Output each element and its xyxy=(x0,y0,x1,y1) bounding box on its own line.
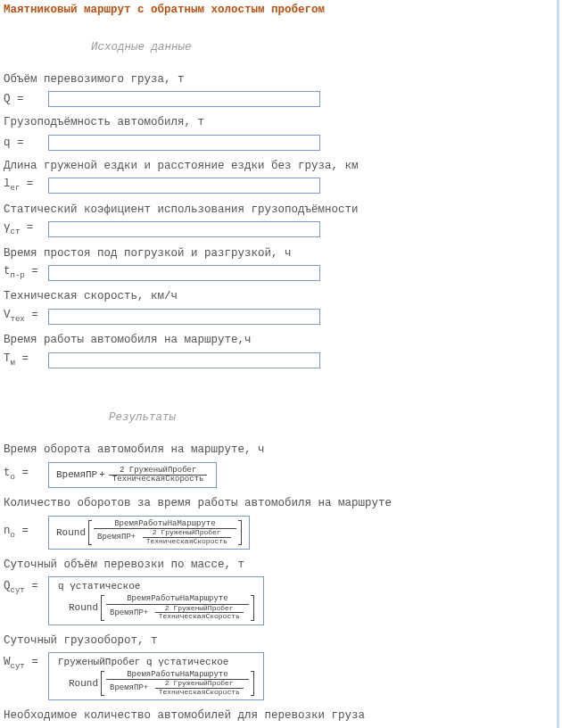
var-tpr: tп-р = xyxy=(4,265,48,282)
row-Tm: Tм = xyxy=(4,352,562,369)
label-no: Количество оборотов за время работы авто… xyxy=(4,497,562,509)
var-Tm: Tм = xyxy=(4,352,48,369)
row-Qsut: Qсут = q γстатическое Round ВремяРаботыН… xyxy=(4,576,562,625)
row-to: tо = ВремяПР + 2 ГруженыйПробег Техничес… xyxy=(4,462,562,489)
label-Tm: Время работы автомобиля на маршруте,ч xyxy=(4,334,562,346)
input-gst[interactable] xyxy=(48,221,320,237)
row-Vtex: Vтех = xyxy=(4,309,562,326)
formula-Qsut: q γстатическое Round ВремяРаботыНаМаршру… xyxy=(48,576,264,625)
row-Q: Q = xyxy=(4,91,562,107)
section-header-inputs: Исходные данные xyxy=(91,41,562,54)
label-A: Необходимое количество автомобилей для п… xyxy=(4,709,562,722)
input-ler[interactable] xyxy=(48,178,320,194)
page-title: Маятниковый маршрут с обратным холостым … xyxy=(4,4,562,16)
formula-to: ВремяПР + 2 ГруженыйПробег ТехническаяСк… xyxy=(48,462,217,489)
row-tpr: tп-р = xyxy=(4,265,562,282)
label-Q: Объём перевозимого груза, т xyxy=(4,73,562,86)
var-q: q = xyxy=(4,136,48,149)
label-gst: Статический коэфициент использования гру… xyxy=(4,203,562,216)
row-q: q = xyxy=(4,135,562,151)
row-no: nо = Round ВремяРаботыНаМаршруте ВремяПР… xyxy=(4,516,562,550)
row-Wsut: Wсут = ГруженыйПробег q γстатическое Rou… xyxy=(4,652,562,700)
label-to: Время оборота автомобиля на маршруте, ч xyxy=(4,443,562,456)
input-tpr[interactable] xyxy=(48,265,320,281)
input-Vtex[interactable] xyxy=(48,309,320,325)
section-header-results: Результаты xyxy=(109,411,562,424)
formula-Wsut: ГруженыйПробег q γстатическое Round Врем… xyxy=(48,652,264,700)
label-tpr: Время простоя под погрузкой и разгрузкой… xyxy=(4,247,562,260)
var-to: tо = xyxy=(4,467,48,484)
input-Q[interactable] xyxy=(48,91,320,107)
var-Q: Q = xyxy=(4,93,48,105)
var-Qsut: Qсут = xyxy=(4,576,48,597)
formula-no: Round ВремяРаботыНаМаршруте ВремяПР+ 2 Г… xyxy=(48,516,250,550)
var-no: nо = xyxy=(4,525,48,542)
label-ler: Длина груженой ездки и расстояние ездки … xyxy=(4,160,562,172)
var-gst: γст = xyxy=(4,221,48,238)
label-Vtex: Техническая скорость, км/ч xyxy=(4,290,562,302)
label-q: Грузоподъёмность автомобиля, т xyxy=(4,116,562,128)
var-ler: lег = xyxy=(4,178,48,194)
row-gst: γст = xyxy=(4,221,562,238)
var-Vtex: Vтех = xyxy=(4,309,48,326)
label-Wsut: Суточный грузооборот, т xyxy=(4,634,562,647)
label-Qsut: Суточный объём перевозки по массе, т xyxy=(4,558,562,571)
input-q[interactable] xyxy=(48,135,320,151)
row-ler: lег = xyxy=(4,178,562,194)
input-Tm[interactable] xyxy=(48,352,320,368)
var-Wsut: Wсут = xyxy=(4,652,48,673)
